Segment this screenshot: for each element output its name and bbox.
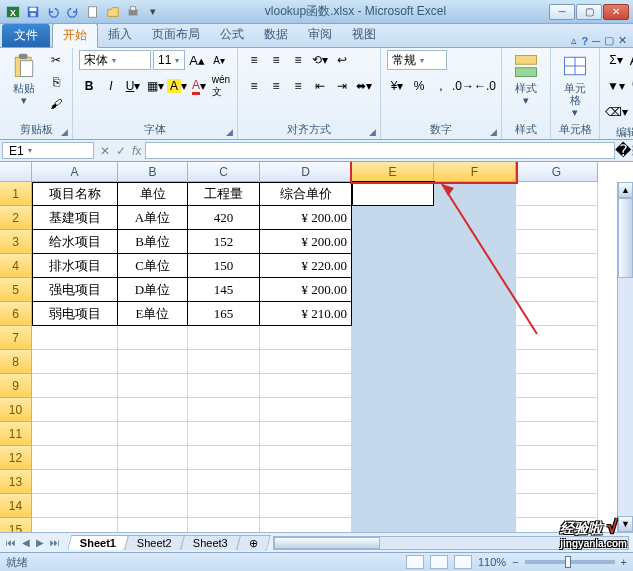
sheet-tab-Sheet2[interactable]: Sheet2 — [124, 535, 185, 550]
cell-D3[interactable]: ¥ 200.00 — [260, 230, 352, 254]
cell-F3[interactable] — [434, 230, 516, 254]
select-all-corner[interactable] — [0, 162, 32, 182]
maximize-button[interactable]: ▢ — [576, 4, 602, 20]
cells-grid[interactable]: 项目名称单位工程量综合单价基建项目A单位420¥ 200.00给水项目B单位15… — [32, 182, 598, 532]
cell-A7[interactable] — [32, 326, 118, 350]
cell-A12[interactable] — [32, 446, 118, 470]
cell-F10[interactable] — [434, 398, 516, 422]
workbook-close-icon[interactable]: ✕ — [618, 34, 627, 47]
row-header-10[interactable]: 10 — [0, 398, 32, 422]
expand-formula-bar-icon[interactable]: �⁝ — [617, 140, 633, 161]
row-header-11[interactable]: 11 — [0, 422, 32, 446]
ribbon-tab-数据[interactable]: 数据 — [254, 23, 298, 47]
underline-button[interactable]: U▾ — [123, 76, 143, 96]
italic-button[interactable]: I — [101, 76, 121, 96]
autosum-icon[interactable]: Σ▾ — [606, 50, 626, 70]
column-header-C[interactable]: C — [188, 162, 260, 182]
column-header-E[interactable]: E — [352, 162, 434, 182]
cell-C3[interactable]: 152 — [188, 230, 260, 254]
cell-B6[interactable]: E单位 — [118, 302, 188, 326]
column-header-G[interactable]: G — [516, 162, 598, 182]
row-header-6[interactable]: 6 — [0, 302, 32, 326]
copy-icon[interactable]: ⎘ — [46, 72, 66, 92]
cell-G10[interactable] — [516, 398, 598, 422]
cell-E13[interactable] — [352, 470, 434, 494]
cell-F4[interactable] — [434, 254, 516, 278]
increase-indent-icon[interactable]: ⇥ — [332, 76, 352, 96]
cell-E8[interactable] — [352, 350, 434, 374]
new-sheet-button[interactable]: ⊕ — [236, 535, 271, 551]
cell-F11[interactable] — [434, 422, 516, 446]
cell-B4[interactable]: C单位 — [118, 254, 188, 278]
align-middle-icon[interactable]: ≡ — [266, 50, 286, 70]
wrap-text-icon[interactable]: ↩ — [332, 50, 352, 70]
ribbon-tab-视图[interactable]: 视图 — [342, 23, 386, 47]
align-dialog-icon[interactable]: ◢ — [369, 127, 376, 137]
cell-C2[interactable]: 420 — [188, 206, 260, 230]
tab-nav-prev-icon[interactable]: ◀ — [20, 537, 32, 548]
cell-G2[interactable] — [516, 206, 598, 230]
styles-button[interactable]: 样式▾ — [508, 50, 544, 108]
zoom-slider[interactable] — [525, 560, 615, 564]
cell-G14[interactable] — [516, 494, 598, 518]
cell-F1[interactable] — [434, 182, 516, 206]
undo-icon[interactable] — [44, 3, 62, 21]
cell-C14[interactable] — [188, 494, 260, 518]
cell-B13[interactable] — [118, 470, 188, 494]
ribbon-tab-页面布局[interactable]: 页面布局 — [142, 23, 210, 47]
align-left-icon[interactable]: ≡ — [244, 76, 264, 96]
qat-more-icon[interactable]: ▾ — [144, 3, 162, 21]
row-header-2[interactable]: 2 — [0, 206, 32, 230]
cell-C13[interactable] — [188, 470, 260, 494]
ribbon-tab-公式[interactable]: 公式 — [210, 23, 254, 47]
increase-decimal-icon[interactable]: .0→ — [453, 76, 473, 96]
cell-G4[interactable] — [516, 254, 598, 278]
normal-view-icon[interactable] — [406, 555, 424, 569]
cell-E7[interactable] — [352, 326, 434, 350]
comma-icon[interactable]: , — [431, 76, 451, 96]
vertical-scrollbar[interactable]: ▲ ▼ — [617, 182, 633, 532]
cell-F12[interactable] — [434, 446, 516, 470]
workbook-minimize-icon[interactable]: ─ — [592, 35, 600, 47]
ribbon-tab-插入[interactable]: 插入 — [98, 23, 142, 47]
cell-E15[interactable] — [352, 518, 434, 532]
cell-D7[interactable] — [260, 326, 352, 350]
new-icon[interactable] — [84, 3, 102, 21]
print-preview-icon[interactable] — [124, 3, 142, 21]
cell-C4[interactable]: 150 — [188, 254, 260, 278]
cell-D12[interactable] — [260, 446, 352, 470]
row-header-13[interactable]: 13 — [0, 470, 32, 494]
cell-B1[interactable]: 单位 — [118, 182, 188, 206]
cell-A11[interactable] — [32, 422, 118, 446]
zoom-level[interactable]: 110% — [478, 556, 506, 568]
phonetic-button[interactable]: wén文 — [211, 76, 231, 96]
clear-icon[interactable]: ⌫▾ — [606, 102, 626, 122]
cell-E2[interactable] — [352, 206, 434, 230]
column-header-F[interactable]: F — [434, 162, 516, 182]
cell-E12[interactable] — [352, 446, 434, 470]
cell-A10[interactable] — [32, 398, 118, 422]
cell-G11[interactable] — [516, 422, 598, 446]
cell-D10[interactable] — [260, 398, 352, 422]
row-header-7[interactable]: 7 — [0, 326, 32, 350]
cell-G12[interactable] — [516, 446, 598, 470]
cell-B10[interactable] — [118, 398, 188, 422]
font-name-select[interactable]: 宋体▾ — [79, 50, 151, 70]
font-size-select[interactable]: 11▾ — [153, 50, 185, 70]
cell-E10[interactable] — [352, 398, 434, 422]
cell-D15[interactable] — [260, 518, 352, 532]
zoom-in-icon[interactable]: + — [621, 556, 627, 568]
cell-E4[interactable] — [352, 254, 434, 278]
row-header-3[interactable]: 3 — [0, 230, 32, 254]
cell-B7[interactable] — [118, 326, 188, 350]
open-icon[interactable] — [104, 3, 122, 21]
align-bottom-icon[interactable]: ≡ — [288, 50, 308, 70]
cell-G3[interactable] — [516, 230, 598, 254]
fill-icon[interactable]: ▼▾ — [606, 76, 626, 96]
cell-A4[interactable]: 排水项目 — [32, 254, 118, 278]
cell-A5[interactable]: 强电项目 — [32, 278, 118, 302]
cell-C15[interactable] — [188, 518, 260, 532]
align-center-icon[interactable]: ≡ — [266, 76, 286, 96]
orientation-icon[interactable]: ⟲▾ — [310, 50, 330, 70]
fill-color-button[interactable]: A▾ — [167, 76, 187, 96]
